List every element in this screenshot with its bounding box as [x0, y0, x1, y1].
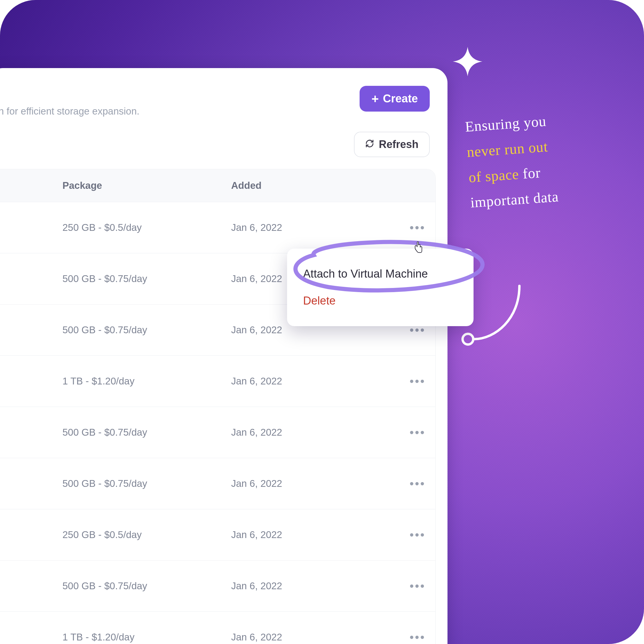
row-more-button[interactable]: •••: [407, 526, 429, 544]
cell-added: Jan 6, 2022: [231, 632, 400, 643]
row-more-button[interactable]: •••: [407, 219, 429, 236]
refresh-button[interactable]: Refresh: [354, 132, 430, 157]
cell-added: Jan 6, 2022: [231, 529, 400, 540]
cell-package: 500 GB - $0.75/day: [62, 478, 231, 489]
panel-header: + Create: [0, 68, 447, 112]
row-more-button[interactable]: •••: [407, 372, 429, 390]
cell-added: Jan 6, 2022: [231, 376, 400, 387]
table-row: 500 GB - $0.75/dayJan 6, 2022•••: [0, 407, 435, 458]
cell-package: 500 GB - $0.75/day: [62, 324, 231, 336]
cell-added: Jan 6, 2022: [231, 478, 400, 489]
col-package: Package: [62, 180, 231, 191]
table-row: 500 GB - $0.75/dayJan 6, 2022•••: [0, 560, 435, 611]
caption-text: for: [518, 164, 541, 182]
cell-package: 500 GB - $0.75/day: [62, 580, 231, 592]
refresh-button-label: Refresh: [379, 138, 418, 151]
col-added: Added: [231, 180, 400, 191]
marketing-caption: Ensuring you never run out of space for …: [464, 104, 619, 215]
cell-added: Jan 6, 2022: [231, 222, 400, 233]
storage-panel: + Create tion for efficient storage expa…: [0, 68, 447, 644]
table-row: 250 GB - $0.5/dayJan 6, 2022•••: [0, 509, 435, 560]
cell-added: Jan 6, 2022: [231, 580, 400, 592]
row-actions-menu: Attach to Virtual Machine Delete: [287, 249, 474, 326]
table-row: 1 TB - $1.20/dayJan 6, 2022•••: [0, 355, 435, 407]
cell-added: Jan 6, 2022: [231, 427, 400, 438]
cell-package: 1 TB - $1.20/day: [62, 632, 231, 643]
cell-package: 500 GB - $0.75/day: [62, 427, 231, 438]
storage-table: Package Added 250 GB - $0.5/dayJan 6, 20…: [0, 169, 436, 644]
cell-package: 250 GB - $0.5/day: [62, 529, 231, 540]
plus-icon: +: [371, 93, 379, 105]
refresh-icon: [365, 138, 374, 151]
menu-item-delete[interactable]: Delete: [287, 287, 474, 314]
cell-package: 1 TB - $1.20/day: [62, 376, 231, 387]
row-more-button[interactable]: •••: [407, 424, 429, 441]
row-more-button[interactable]: •••: [407, 475, 429, 492]
sparkle-icon: [453, 47, 482, 76]
create-button[interactable]: + Create: [360, 86, 430, 112]
row-more-button[interactable]: •••: [407, 628, 429, 644]
svg-point-0: [463, 334, 473, 344]
cell-package: 500 GB - $0.75/day: [62, 273, 231, 284]
toolbar: Refresh: [0, 117, 447, 169]
row-more-button[interactable]: •••: [407, 577, 429, 595]
cell-package: 250 GB - $0.5/day: [62, 222, 231, 233]
table-header: Package Added: [0, 169, 435, 202]
table-row: 1 TB - $1.20/dayJan 6, 2022•••: [0, 611, 435, 644]
pointer-cursor-icon: [413, 241, 424, 253]
menu-item-attach[interactable]: Attach to Virtual Machine: [287, 260, 474, 287]
create-button-label: Create: [383, 92, 418, 105]
caption-highlight: of space: [468, 166, 519, 186]
table-row: 250 GB - $0.5/dayJan 6, 2022•••: [0, 202, 435, 253]
caption-highlight: never run out: [466, 138, 548, 160]
table-row: 500 GB - $0.75/dayJan 6, 2022•••: [0, 458, 435, 509]
